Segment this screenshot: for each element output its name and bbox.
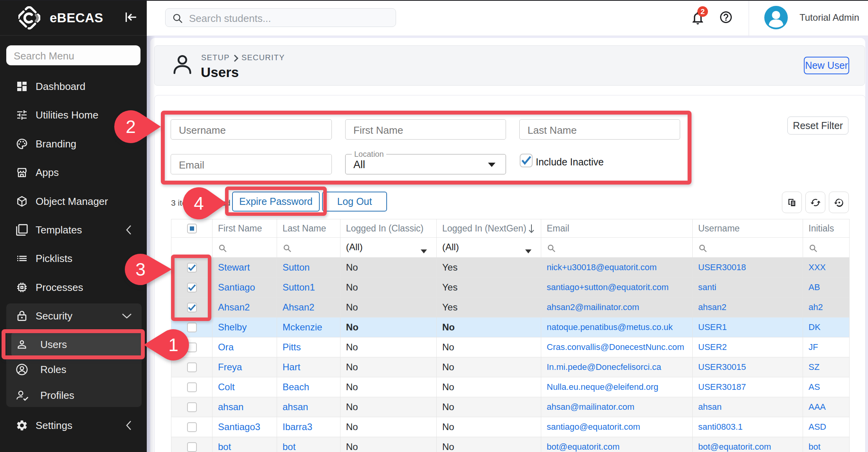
svg-text:4: 4 (194, 193, 204, 213)
svg-text:3: 3 (135, 259, 146, 280)
svg-text:2: 2 (126, 117, 136, 137)
svg-text:1: 1 (168, 335, 178, 355)
